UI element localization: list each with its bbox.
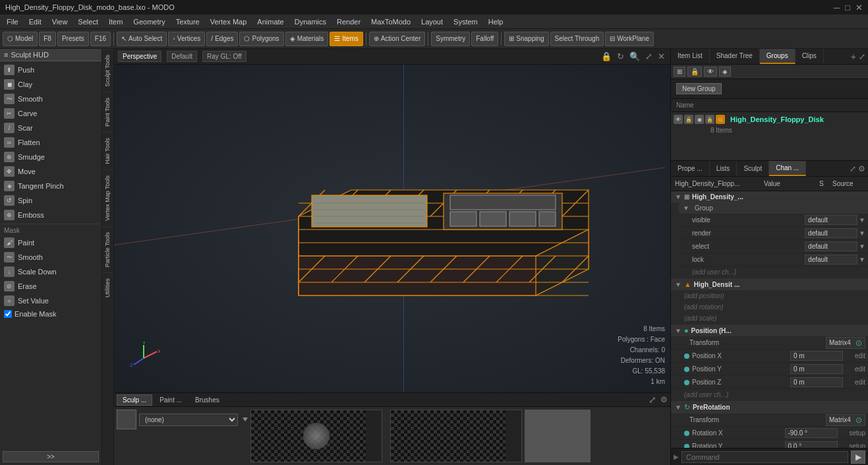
settings-bottom-icon[interactable]: ⚙	[660, 395, 668, 404]
prop-add-user-ch2[interactable]: (add user ch...)	[671, 389, 868, 400]
sculpt-tool-spin[interactable]: ↺ Spin	[1, 193, 100, 208]
ptab-properties[interactable]: Prope ...	[671, 161, 710, 176]
f16-button[interactable]: F16	[90, 32, 111, 46]
props-section-mesh-header[interactable]: ▼ ▲ High_Densit ...	[671, 278, 868, 290]
expand-bottom-icon[interactable]: ⤢	[649, 394, 659, 405]
item-vis-icon[interactable]: 👁	[674, 115, 683, 124]
props-prerotation-header[interactable]: ▼ ↻ PreRotation	[671, 401, 868, 414]
bottom-tab-paint[interactable]: Paint ...	[154, 394, 188, 406]
action-center-button[interactable]: ⊕ Action Center	[369, 32, 426, 46]
itab-shader-tree[interactable]: Shader Tree	[710, 49, 760, 64]
falloff-button[interactable]: Falloff	[471, 32, 498, 46]
expand-button[interactable]: >>	[3, 451, 99, 462]
f8-button[interactable]: F8	[39, 32, 56, 46]
menu-item-file[interactable]: File	[3, 16, 22, 27]
vtab-sculpt-tools[interactable]: Sculpt Tools	[102, 49, 113, 92]
expand-items-icon[interactable]: ⤢	[859, 52, 865, 61]
prop-rotx-setup[interactable]: setup	[850, 429, 865, 437]
new-group-button[interactable]: New Group	[676, 83, 722, 94]
prop-lock-value[interactable]: default	[805, 255, 857, 264]
sculpt-tool-emboss[interactable]: ⊕ Emboss	[1, 208, 100, 222]
sculpt-tool-clay[interactable]: ◼ Clay	[1, 77, 100, 92]
items-button[interactable]: ☰ Items	[330, 32, 362, 46]
model-mode-button[interactable]: ⬡ Model	[3, 32, 38, 46]
edges-button[interactable]: / Edges	[206, 32, 238, 46]
prop-roty-setup[interactable]: setup	[850, 443, 865, 448]
menu-item-select[interactable]: Select	[74, 16, 102, 27]
maximize-button[interactable]: □	[845, 3, 850, 13]
menu-item-edit[interactable]: Edit	[25, 16, 45, 27]
sculpt-tool-set-value[interactable]: = Set Value	[1, 294, 100, 308]
itab-item-list[interactable]: Item List	[671, 49, 710, 64]
itab-clips[interactable]: Clips	[796, 49, 824, 64]
viewport-lock-icon[interactable]: 🔒	[600, 51, 613, 61]
prop-add-rotation[interactable]: (add rotation)	[671, 301, 868, 313]
vtab-vertex-map-tools[interactable]: Vertex Map Tools	[102, 170, 113, 226]
sculpt-tool-smooth-mask[interactable]: 〜 Smooth	[1, 250, 100, 264]
minimize-button[interactable]: ─	[834, 3, 840, 13]
menu-item-animate[interactable]: Animate	[253, 16, 287, 27]
sculpt-tool-flatten[interactable]: ═ Flatten	[1, 135, 100, 150]
sculpt-tool-smudge[interactable]: ⊛ Smudge	[1, 150, 100, 164]
prop-visible-value[interactable]: default	[805, 215, 857, 225]
command-input[interactable]	[681, 451, 848, 463]
menu-item-dynamics[interactable]: Dynamics	[291, 16, 330, 27]
auto-select-button[interactable]: ↖ Auto Select	[117, 32, 167, 46]
items-visibility-btn[interactable]: 👁	[704, 67, 717, 77]
menu-item-view[interactable]: View	[48, 16, 72, 27]
brush-dropdown[interactable]: (none)	[139, 414, 238, 426]
menu-item-system[interactable]: System	[449, 16, 482, 27]
workplane-button[interactable]: ⊟ WorkPlane	[605, 32, 654, 46]
sculpt-tool-scale-down[interactable]: ↓ Scale Down	[1, 264, 100, 279]
menu-item-texture[interactable]: Texture	[172, 16, 204, 27]
menu-item-render[interactable]: Render	[333, 16, 364, 27]
ptab-lists[interactable]: Lists	[710, 161, 738, 176]
add-items-icon[interactable]: +	[851, 51, 856, 62]
itab-groups[interactable]: Groups	[760, 49, 796, 64]
ptab-sculpt[interactable]: Sculpt	[737, 161, 769, 176]
item-lock2-icon[interactable]: 🔒	[705, 115, 714, 124]
prop-select-value[interactable]: default	[805, 241, 857, 251]
materials-button[interactable]: ◈ Materials	[285, 32, 329, 46]
menu-item-vertex map[interactable]: Vertex Map	[206, 16, 251, 27]
prop-posx-value[interactable]: 0 m	[790, 351, 843, 361]
prop-add-scale[interactable]: (add scale)	[671, 313, 868, 324]
snapping-button[interactable]: ⊞ Snapping	[504, 32, 548, 46]
rotation-transform-val[interactable]: Matrix4 ⊙	[826, 414, 865, 426]
execute-command-button[interactable]: ▶	[851, 450, 865, 464]
prop-render-dropdown-icon[interactable]: ▼	[859, 230, 865, 237]
viewport-refresh-icon[interactable]: ↻	[616, 51, 625, 61]
sculpt-tool-carve[interactable]: ✂ Carve	[1, 106, 100, 121]
sculpt-tool-erase[interactable]: ⊘ Erase	[1, 279, 100, 294]
prop-add-user-ch[interactable]: (add user ch...)	[679, 266, 868, 278]
symmetry-button[interactable]: Symmetry	[431, 32, 470, 46]
props-group-subsection[interactable]: ▼ Group	[679, 202, 868, 214]
viewport-raygl-label[interactable]: Ray GL: Off	[202, 51, 246, 62]
viewport-canvas[interactable]: X Y Z 8 Items Polygons : Face Channels: …	[114, 65, 670, 392]
prop-posz-value[interactable]: 0 m	[790, 377, 843, 387]
prop-roty-value[interactable]: 0.0 °	[785, 441, 838, 448]
viewport-shading-label[interactable]: Default	[167, 51, 197, 62]
polygons-button[interactable]: ⬡ Polygons	[239, 32, 283, 46]
vertices-button[interactable]: ◦ Vertices	[168, 32, 205, 46]
menu-item-layout[interactable]: Layout	[417, 16, 447, 27]
viewport-close-icon[interactable]: ✕	[656, 51, 666, 61]
enable-mask-checkbox[interactable]	[4, 310, 12, 318]
items-lock-btn[interactable]: 🔒	[687, 67, 702, 77]
ptab-channels[interactable]: Chan ...	[769, 161, 806, 176]
item-lock-icon[interactable]: 🔒	[684, 115, 693, 124]
viewport-perspective-label[interactable]: Perspective	[118, 51, 161, 62]
viewport-search-icon[interactable]: 🔍	[628, 51, 641, 61]
props-section-group-header[interactable]: ▼ ⊞ High_Density_...	[671, 191, 868, 202]
viewport-expand-icon[interactable]: ⤢	[644, 51, 654, 61]
expand-props-icon[interactable]: ⤢	[850, 164, 856, 173]
items-render-btn[interactable]: ◈	[719, 67, 731, 77]
prop-posy-value[interactable]: 0 m	[790, 364, 843, 374]
sculpt-tool-smooth[interactable]: 〜 Smooth	[1, 92, 100, 106]
prop-posy-edit[interactable]: edit	[855, 365, 865, 373]
sculpt-tool-paint[interactable]: 🖌 Paint	[1, 235, 100, 250]
prop-select-dropdown-icon[interactable]: ▼	[859, 243, 865, 250]
select-through-button[interactable]: Select Through	[550, 32, 604, 46]
bottom-tab-brushes[interactable]: Brushes	[189, 394, 225, 406]
props-position-header[interactable]: ▼ ● Position (H...	[671, 325, 868, 336]
